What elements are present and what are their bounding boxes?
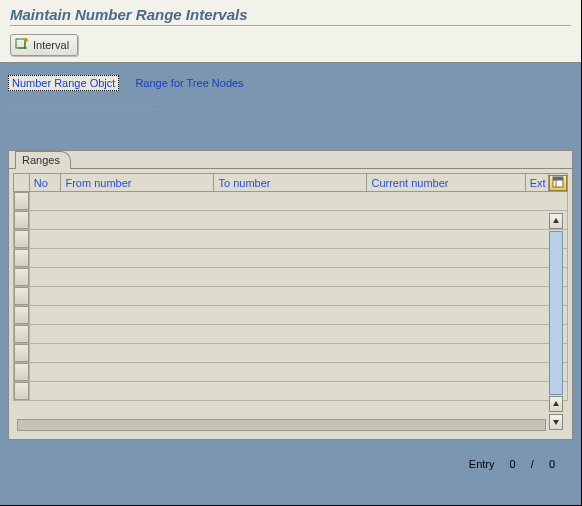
title-divider [10,25,571,26]
scroll-down-button[interactable] [549,414,563,430]
row-selector[interactable] [14,344,29,362]
row-selector[interactable] [14,306,29,324]
table-row[interactable] [14,211,568,230]
svg-rect-0 [16,39,25,48]
svg-marker-11 [553,420,559,425]
svg-marker-9 [553,218,559,223]
col-to-number[interactable]: To number [214,174,367,192]
ranges-panel: Ranges No From number To number Current … [8,150,573,440]
entry-current: 0 [510,458,516,470]
entry-label: Entry [469,458,495,470]
chevron-down-icon [552,416,560,428]
scroll-up-button-2[interactable] [549,396,563,412]
chevron-up-icon [552,398,560,410]
configure-columns-button[interactable] [549,175,567,191]
svg-marker-10 [553,401,559,406]
row-selector[interactable] [14,211,29,229]
row-selector[interactable] [14,382,29,400]
col-ext[interactable]: Ext [525,174,548,192]
horizontal-scrollbar[interactable] [17,419,546,431]
entry-total: 0 [549,458,555,470]
row-selector[interactable] [14,268,29,286]
table-row[interactable] [14,249,568,268]
row-selector[interactable] [14,325,29,343]
row-selector[interactable] [14,287,29,305]
table-row[interactable] [14,230,568,249]
scroll-up-button[interactable] [549,213,563,229]
chevron-up-icon [552,215,560,227]
entry-separator: / [531,458,534,470]
table-row[interactable] [14,192,568,211]
add-interval-icon [15,37,29,53]
interval-button[interactable]: Interval [10,34,78,56]
table-row[interactable] [14,306,568,325]
field-underline [8,109,158,110]
table-row[interactable] [14,287,568,306]
col-selector[interactable] [14,174,30,192]
ranges-table: No From number To number Current number … [13,173,568,401]
table-settings-icon [552,176,564,190]
row-selector[interactable] [14,230,29,248]
col-current-number[interactable]: Current number [367,174,525,192]
svg-rect-8 [553,177,563,180]
row-selector[interactable] [14,363,29,381]
col-no[interactable]: No [29,174,61,192]
col-from-number[interactable]: From number [61,174,214,192]
table-row[interactable] [14,382,568,401]
row-selector[interactable] [14,192,29,210]
number-range-object-label[interactable]: Number Range Objct [8,75,119,91]
table-row[interactable] [14,268,568,287]
interval-button-label: Interval [33,39,69,51]
vertical-scrollbar[interactable] [549,231,563,395]
tab-ranges[interactable]: Ranges [15,151,71,169]
page-title: Maintain Number Range Intervals [10,6,571,23]
table-row[interactable] [14,344,568,363]
row-selector[interactable] [14,249,29,267]
entry-counter: Entry 0 / 0 [0,458,561,470]
range-tree-nodes-label: Range for Tree Nodes [132,76,246,90]
table-row[interactable] [14,325,568,344]
table-row[interactable] [14,363,568,382]
